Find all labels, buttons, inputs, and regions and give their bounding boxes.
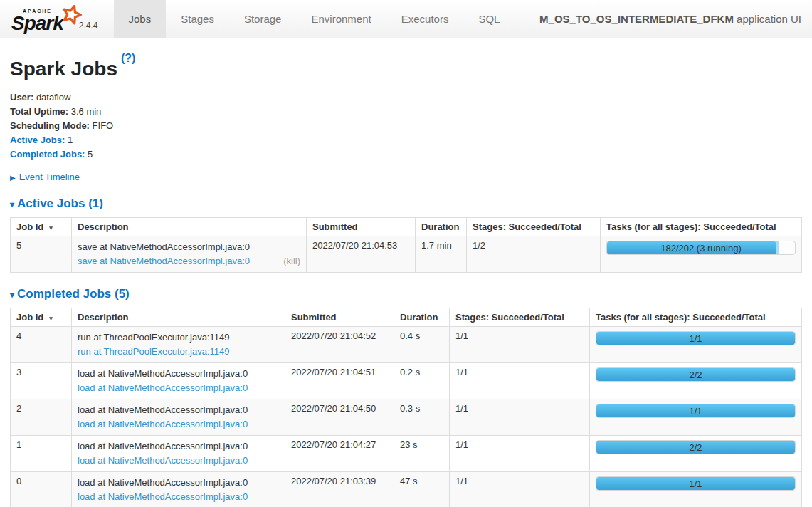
column-header-label: Duration — [421, 221, 459, 232]
column-header-label: Job Id — [16, 312, 43, 323]
stages-cell: 1/1 — [450, 436, 590, 472]
application-title: M_OS_TO_OS_INTERMEDIATE_DFKM application… — [539, 0, 812, 38]
sort-caret-icon: ▾ — [49, 224, 53, 231]
description-line2: run at ThreadPoolExecutor.java:1149 — [78, 345, 279, 359]
description-text: run at ThreadPoolExecutor.java:1149 — [78, 330, 279, 345]
column-header[interactable]: Description — [72, 308, 285, 327]
help-icon[interactable]: (?) — [121, 52, 135, 64]
spark-brand: APACHE Spark 2.4.4 — [0, 0, 105, 38]
active-jobs-heading[interactable]: ▾Active Jobs (1) — [10, 197, 802, 211]
submitted-cell: 2022/07/20 21:04:51 — [285, 363, 394, 399]
submitted-cell: 2022/07/20 21:04:27 — [285, 436, 394, 472]
job-row: 2load at NativeMethodAccessorImpl.java:0… — [11, 399, 802, 436]
completed-jobs-heading-label: Completed Jobs (5) — [17, 287, 130, 300]
description-line2: load at NativeMethodAccessorImpl.java:0 — [78, 417, 279, 432]
sort-caret-icon: ▾ — [49, 315, 53, 322]
tab-sql[interactable]: SQL — [463, 0, 515, 38]
column-header[interactable]: Stages: Succeeded/Total — [467, 218, 601, 236]
kill-link[interactable]: (kill) — [283, 254, 300, 268]
nav-tabs: Jobs Stages Storage Environment Executor… — [114, 0, 515, 38]
description-link[interactable]: load at NativeMethodAccessorImpl.java:0 — [78, 381, 248, 395]
job-row: 1load at NativeMethodAccessorImpl.java:0… — [11, 436, 802, 472]
duration-cell: 23 s — [394, 436, 450, 472]
job-id-cell: 3 — [11, 363, 72, 399]
tab-environment[interactable]: Environment — [296, 0, 386, 38]
description-line2: save at NativeMethodAccessorImpl.java:0(… — [78, 254, 300, 268]
description-cell: load at NativeMethodAccessorImpl.java:0l… — [72, 399, 285, 436]
stages-cell: 1/2 — [467, 236, 601, 273]
column-header-label: Submitted — [312, 221, 358, 232]
tasks-progress-bar: 2/2 — [596, 367, 796, 382]
column-header[interactable]: Job Id▾ — [11, 308, 72, 327]
description-link[interactable]: run at ThreadPoolExecutor.java:1149 — [78, 345, 229, 359]
table-header-row: Job Id▾DescriptionSubmittedDurationStage… — [11, 308, 802, 327]
summary-active-jobs: Active Jobs: 1 — [10, 133, 802, 147]
description-line2: load at NativeMethodAccessorImpl.java:0 — [78, 381, 279, 395]
duration-cell: 0.2 s — [394, 363, 450, 399]
tasks-progress-bar: 1/1 — [596, 331, 796, 345]
expanded-arrow-icon: ▾ — [10, 290, 14, 300]
tasks-progress-bar: 182/202 (3 running) — [606, 241, 796, 255]
submitted-cell: 2022/07/20 21:04:53 — [307, 236, 416, 273]
column-header[interactable]: Tasks (for all stages): Succeeded/Total — [601, 218, 802, 236]
description-line2: load at NativeMethodAccessorImpl.java:0 — [78, 454, 279, 468]
spark-logo: APACHE Spark — [11, 9, 76, 33]
description-link[interactable]: load at NativeMethodAccessorImpl.java:0 — [78, 490, 248, 504]
active-jobs-table-body: 5save at NativeMethodAccessorImpl.java:0… — [11, 236, 802, 273]
tasks-progress-bar: 1/1 — [596, 404, 796, 418]
submitted-cell: 2022/07/20 21:04:52 — [285, 327, 394, 363]
job-id-cell: 0 — [11, 472, 72, 507]
column-header-label: Stages: Succeeded/Total — [473, 221, 581, 232]
description-cell: load at NativeMethodAccessorImpl.java:0l… — [72, 363, 285, 399]
job-row: 0load at NativeMethodAccessorImpl.java:0… — [11, 472, 802, 507]
column-header[interactable]: Job Id▾ — [11, 218, 72, 236]
column-header[interactable]: Duration — [394, 308, 450, 327]
completed-jobs-table-body: 4run at ThreadPoolExecutor.java:1149run … — [11, 327, 802, 507]
summary-user: User: dataflow — [10, 90, 802, 105]
job-id-cell: 4 — [11, 327, 72, 363]
progress-label: 1/1 — [596, 332, 795, 345]
stages-cell: 1/1 — [450, 472, 590, 507]
summary-active-jobs-value: 1 — [68, 135, 73, 145]
description-text: load at NativeMethodAccessorImpl.java:0 — [78, 367, 279, 381]
summary-user-label: User: — [10, 92, 33, 103]
tab-jobs[interactable]: Jobs — [114, 0, 167, 38]
description-link[interactable]: load at NativeMethodAccessorImpl.java:0 — [78, 454, 248, 468]
column-header-label: Tasks (for all stages): Succeeded/Total — [596, 312, 766, 323]
duration-cell: 47 s — [394, 472, 450, 507]
column-header-label: Description — [78, 221, 129, 232]
summary-user-value: dataflow — [36, 92, 70, 103]
summary-completed-jobs: Completed Jobs: 5 — [10, 147, 802, 162]
column-header-label: Submitted — [291, 312, 337, 323]
column-header[interactable]: Stages: Succeeded/Total — [450, 308, 590, 327]
tab-storage[interactable]: Storage — [229, 0, 297, 38]
description-cell: save at NativeMethodAccessorImpl.java:0s… — [72, 236, 307, 273]
description-link[interactable]: load at NativeMethodAccessorImpl.java:0 — [78, 417, 248, 432]
column-header-label: Tasks (for all stages): Succeeded/Total — [606, 221, 776, 232]
event-timeline-toggle[interactable]: ▶Event Timeline — [10, 170, 802, 185]
column-header[interactable]: Submitted — [307, 218, 416, 236]
completed-jobs-heading[interactable]: ▾Completed Jobs (5) — [10, 287, 802, 301]
stages-cell: 1/1 — [450, 327, 590, 363]
application-name: M_OS_TO_OS_INTERMEDIATE_DFKM — [539, 13, 734, 25]
tasks-progress-bar: 1/1 — [596, 476, 796, 491]
active-jobs-table: Job Id▾DescriptionSubmittedDurationStage… — [10, 217, 802, 273]
completed-jobs-table: Job Id▾DescriptionSubmittedDurationStage… — [10, 308, 802, 507]
summary-total-uptime: Total Uptime: 3.6 min — [10, 105, 802, 119]
progress-label: 182/202 (3 running) — [607, 241, 795, 255]
summary-completed-jobs-link[interactable]: Completed Jobs: — [10, 149, 85, 160]
column-header[interactable]: Description — [72, 218, 307, 236]
column-header-label: Description — [78, 312, 129, 323]
tab-stages[interactable]: Stages — [166, 0, 229, 38]
tasks-cell: 2/2 — [590, 363, 802, 399]
tab-executors[interactable]: Executors — [386, 0, 464, 38]
tasks-cell: 1/1 — [590, 472, 802, 507]
column-header[interactable]: Tasks (for all stages): Succeeded/Total — [590, 308, 802, 327]
column-header[interactable]: Submitted — [285, 308, 394, 327]
column-header[interactable]: Duration — [416, 218, 467, 236]
tasks-progress-bar: 2/2 — [596, 440, 796, 454]
description-link[interactable]: save at NativeMethodAccessorImpl.java:0 — [78, 254, 250, 268]
description-line2: load at NativeMethodAccessorImpl.java:0 — [78, 490, 279, 504]
job-row: 3load at NativeMethodAccessorImpl.java:0… — [11, 363, 802, 399]
summary-active-jobs-link[interactable]: Active Jobs: — [10, 135, 65, 145]
